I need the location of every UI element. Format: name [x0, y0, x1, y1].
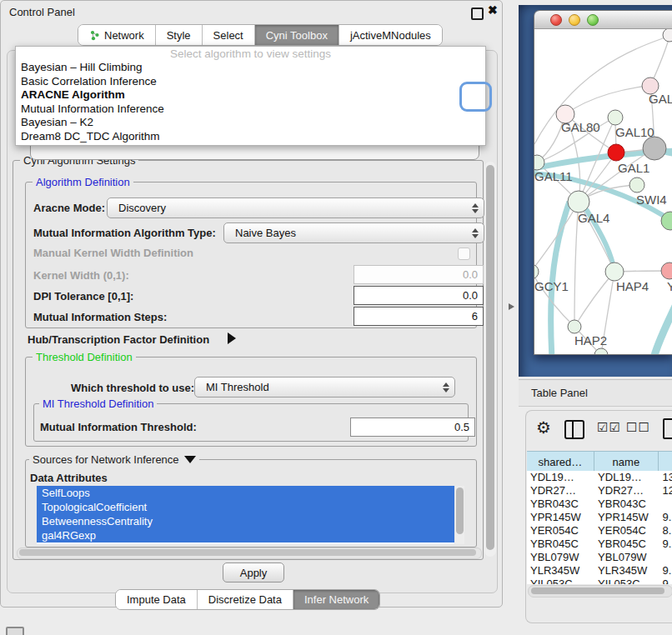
table-row[interactable]: YBL079W YBL079W	[527, 551, 672, 564]
unchecked-checkboxes-icon[interactable]: ☐☐	[626, 420, 650, 435]
table-row[interactable]: YIL053C YIL053C 9	[527, 578, 672, 584]
application-root: Control Panel ✖ Network Style Select	[0, 0, 672, 635]
kernel-width-label: Kernel Width (0,1):	[33, 269, 129, 282]
table-row[interactable]: YDR27… YDR27… 12	[527, 484, 672, 498]
table-row[interactable]: YDL19… YDL19… 13	[527, 471, 672, 484]
data-attributes-list: SelfLoops TopologicalCoefficient Between…	[37, 486, 454, 544]
threshold-definition-title: Threshold Definition	[33, 351, 136, 363]
table-row[interactable]: YPR145W YPR145W 9.	[527, 511, 672, 524]
minimize-traffic-light-icon[interactable]	[569, 14, 580, 26]
aracne-mode-label: Aracne Mode:	[33, 202, 105, 214]
column-header-shared[interactable]: shared…	[527, 452, 594, 472]
table-row[interactable]: YLR345W YLR345W 9.	[527, 564, 672, 578]
sources-title[interactable]: Sources for Network Inference	[33, 453, 179, 466]
attribute-item[interactable]: SelfLoops	[37, 486, 454, 500]
node[interactable]	[594, 348, 608, 355]
document-icon[interactable]	[663, 418, 672, 439]
tab-jactivemnodules[interactable]: jActiveMNodules	[339, 25, 442, 45]
tab-discretize-data[interactable]: Discretize Data	[197, 590, 293, 609]
control-panel-tab-bar: Network Style Select Cyni Toolbox jActiv…	[78, 24, 443, 46]
table-panel-title: Table Panel	[531, 387, 588, 399]
column-header-partial[interactable]	[659, 452, 672, 472]
network-tab-icon	[89, 30, 100, 41]
node[interactable]	[608, 110, 623, 125]
kernel-width-field[interactable]: 0.0	[354, 265, 484, 284]
algorithm-option[interactable]: Basic Correlation Inference	[16, 75, 485, 89]
combo-stepper-icon	[443, 378, 449, 397]
close-icon[interactable]: ✖	[488, 3, 498, 17]
which-threshold-label: Which threshold to use:	[71, 382, 194, 394]
table-header-row: shared… name	[527, 451, 672, 472]
settings-horizontal-scrollbar[interactable]	[17, 548, 482, 559]
table-horizontal-scrollbar[interactable]	[528, 585, 672, 598]
tab-select[interactable]: Select	[202, 25, 254, 45]
settings-vertical-scrollbar[interactable]	[484, 162, 496, 557]
mi-steps-field[interactable]: 6	[354, 307, 484, 326]
chevron-right-icon[interactable]	[228, 332, 236, 344]
tab-impute-data[interactable]: Impute Data	[116, 590, 197, 609]
svg-text:GAL11: GAL11	[534, 169, 573, 183]
mi-threshold-title: MI Threshold Definition	[39, 398, 157, 410]
which-threshold-combo[interactable]: MI Threshold	[194, 377, 455, 398]
dpi-tolerance-label: DPI Tolerance [0,1]:	[33, 290, 133, 302]
node[interactable]	[629, 178, 644, 192]
tab-cyni-toolbox[interactable]: Cyni Toolbox	[254, 25, 339, 45]
gear-icon[interactable]: ⚙	[536, 418, 551, 438]
algorithm-option[interactable]: Bayesian – Hill Climbing	[16, 61, 485, 75]
dpi-tolerance-field[interactable]: 0.0	[354, 286, 484, 305]
mi-threshold-field[interactable]: 0.5	[350, 418, 475, 437]
node[interactable]	[534, 264, 539, 279]
minimized-panel-icon[interactable]	[6, 627, 24, 635]
aracne-mode-combo[interactable]: Discovery	[107, 198, 484, 218]
attribute-item[interactable]: BetweennessCentrality	[37, 514, 454, 528]
network-window-titlebar[interactable]	[534, 11, 672, 29]
manual-kernel-checkbox[interactable]	[458, 248, 470, 260]
tab-network[interactable]: Network	[78, 25, 155, 45]
node[interactable]	[661, 262, 672, 279]
attribute-item[interactable]: gal4RGexp	[37, 528, 454, 542]
node[interactable]	[568, 191, 589, 212]
float-icon[interactable]	[471, 8, 484, 20]
svg-text:SWI4: SWI4	[636, 192, 667, 207]
network-window: GAL GAL80 GAL10 GAL1 GAL11 SWI4 GAL4 GCY…	[534, 10, 672, 355]
svg-text:Y: Y	[667, 279, 672, 293]
mi-steps-label: Mutual Information Steps:	[33, 311, 167, 323]
zoom-traffic-light-icon[interactable]	[587, 14, 599, 26]
hub-definition-toggle-label[interactable]: Hub/Transcription Factor Definition	[28, 333, 209, 346]
algorithm-option[interactable]: Mutual Information Inference	[16, 102, 485, 117]
dropdown-placeholder: Select algorithm to view settings	[16, 47, 485, 61]
mi-type-combo[interactable]: Naive Bayes	[223, 222, 484, 243]
tab-style[interactable]: Style	[155, 25, 202, 45]
svg-text:GAL4: GAL4	[578, 211, 609, 225]
manual-kernel-label: Manual Kernel Width Definition	[33, 247, 193, 259]
column-view-icon[interactable]	[564, 420, 584, 439]
mi-type-label: Mutual Information Algorithm Type:	[33, 227, 216, 239]
node[interactable]	[605, 262, 624, 281]
close-traffic-light-icon[interactable]	[550, 14, 562, 26]
tab-infer-network[interactable]: Infer Network	[293, 590, 379, 609]
node[interactable]	[568, 320, 581, 333]
table-panel-header: Table Panel	[519, 379, 672, 407]
node[interactable]	[643, 137, 666, 160]
algorithm-option-highlighted[interactable]: ARACNE Algorithm	[16, 88, 485, 102]
algorithm-option[interactable]: Dream8 DC_TDC Algorithm	[16, 130, 485, 144]
column-header-name[interactable]: name	[594, 452, 659, 472]
bottom-tab-bar: Impute Data Discretize Data Infer Networ…	[115, 589, 380, 610]
table-row[interactable]: YBR045C YBR045C 9.	[527, 538, 672, 551]
node-gal1-red[interactable]	[608, 144, 624, 161]
apply-button[interactable]: Apply	[223, 562, 284, 582]
attribute-item[interactable]: TopologicalCoefficient	[37, 500, 454, 514]
svg-text:HAP2: HAP2	[574, 333, 607, 348]
node[interactable]	[663, 29, 672, 42]
algorithm-option[interactable]: Bayesian – K2	[16, 116, 485, 130]
combo-stepper-icon	[472, 223, 479, 242]
table-row[interactable]: YBR043C YBR043C	[527, 498, 672, 511]
data-attributes-label: Data Attributes	[30, 472, 108, 484]
svg-text:GAL: GAL	[649, 92, 672, 106]
table-row[interactable]: YER054C YER054C 8.	[527, 524, 672, 538]
mi-threshold-label: Mutual Information Threshold:	[40, 421, 197, 433]
chevron-down-icon[interactable]	[184, 456, 196, 463]
attributes-list-scrollbar[interactable]	[455, 486, 464, 544]
checked-checkboxes-icon[interactable]: ☑☑	[597, 420, 621, 435]
network-canvas[interactable]: GAL GAL80 GAL10 GAL1 GAL11 SWI4 GAL4 GCY…	[534, 29, 672, 354]
